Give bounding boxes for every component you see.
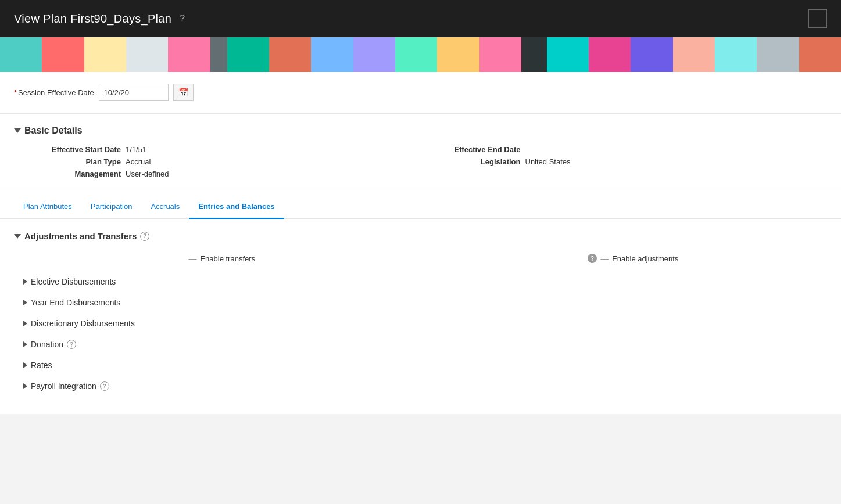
basic-details-grid: Effective Start Date 1/1/51 Plan Type Ac…	[14, 145, 827, 178]
tab-participation[interactable]: Participation	[81, 195, 142, 219]
tab-entries-and-balances[interactable]: Entries and Balances	[189, 195, 284, 219]
donation-expand-icon	[23, 341, 27, 347]
management-value: User-defined	[126, 170, 169, 178]
enable-adjustments-dash: —	[600, 254, 609, 263]
rates-item[interactable]: Rates	[21, 356, 827, 375]
session-effective-date-bar: *Session Effective Date 📅	[0, 72, 841, 113]
page-title: View Plan First90_Days_Plan	[14, 12, 171, 26]
enable-transfers-dash: —	[188, 254, 196, 263]
enable-adjustments-help-icon[interactable]: ?	[588, 254, 597, 263]
legislation-row: Legislation United States	[428, 157, 828, 166]
page-header: View Plan First90_Days_Plan ?	[0, 0, 841, 37]
main-content: *Session Effective Date 📅 Basic Details …	[0, 72, 841, 414]
legislation-value: United States	[525, 157, 571, 166]
effective-end-date-row: Effective End Date	[428, 145, 828, 154]
effective-start-date-label: Effective Start Date	[28, 145, 121, 154]
close-button[interactable]	[808, 9, 827, 28]
session-label: *Session Effective Date	[14, 88, 94, 97]
divider-2	[0, 190, 841, 190]
elective-disbursements-expand-icon	[23, 279, 27, 285]
effective-end-date-label: Effective End Date	[428, 145, 521, 154]
tab-content-entries-balances: Adjustments and Transfers ? — Enable tra…	[0, 219, 841, 414]
discretionary-disbursements-item[interactable]: Discretionary Disbursements	[21, 314, 827, 333]
donation-label: Donation	[31, 340, 63, 349]
elective-disbursements-label: Elective Disbursements	[31, 277, 116, 286]
legislation-label: Legislation	[428, 157, 521, 166]
rates-expand-icon	[23, 362, 27, 368]
details-left-col: Effective Start Date 1/1/51 Plan Type Ac…	[28, 145, 428, 178]
adjustments-transfers-header[interactable]: Adjustments and Transfers ?	[14, 231, 827, 241]
payroll-integration-item[interactable]: Payroll Integration ?	[21, 377, 827, 395]
basic-details-header[interactable]: Basic Details	[14, 125, 827, 136]
adjustments-help-icon[interactable]: ?	[140, 232, 149, 241]
management-row: Management User-defined	[28, 170, 428, 178]
calendar-icon: 📅	[178, 88, 188, 97]
enable-transfers-label: Enable transfers	[200, 254, 255, 263]
discretionary-disbursements-label: Discretionary Disbursements	[31, 319, 135, 328]
payroll-integration-label: Payroll Integration	[31, 381, 96, 391]
tab-accruals[interactable]: Accruals	[141, 195, 189, 219]
plan-type-value: Accrual	[126, 157, 151, 166]
basic-details-section: Basic Details Effective Start Date 1/1/5…	[0, 114, 841, 190]
payroll-integration-expand-icon	[23, 383, 27, 389]
plan-type-label: Plan Type	[28, 157, 121, 166]
basic-details-title: Basic Details	[24, 125, 83, 136]
calendar-button[interactable]: 📅	[173, 84, 194, 101]
donation-help-icon[interactable]: ?	[67, 340, 76, 349]
management-label: Management	[28, 170, 121, 178]
adjustments-title: Adjustments and Transfers	[24, 231, 137, 241]
effective-start-date-value: 1/1/51	[126, 145, 146, 154]
tabs-bar: Plan Attributes Participation Accruals E…	[0, 195, 841, 219]
donation-item[interactable]: Donation ?	[21, 335, 827, 354]
tab-plan-attributes[interactable]: Plan Attributes	[14, 195, 81, 219]
enable-adjustments-label: Enable adjustments	[612, 254, 678, 263]
collapsible-sections-list: Elective Disbursements Year End Disburse…	[14, 272, 827, 395]
discretionary-disbursements-expand-icon	[23, 321, 27, 326]
year-end-disbursements-expand-icon	[23, 300, 27, 305]
payroll-integration-help-icon[interactable]: ?	[100, 381, 109, 391]
enable-adjustments-item: ? — Enable adjustments	[439, 254, 828, 263]
year-end-disbursements-label: Year End Disbursements	[31, 298, 120, 307]
adjustments-transfers-subsection: Adjustments and Transfers ? — Enable tra…	[14, 231, 827, 395]
year-end-disbursements-item[interactable]: Year End Disbursements	[21, 293, 827, 312]
details-right-col: Effective End Date Legislation United St…	[428, 145, 828, 178]
enable-options-row: — Enable transfers ? — Enable adjustment…	[14, 249, 827, 272]
elective-disbursements-item[interactable]: Elective Disbursements	[21, 272, 827, 291]
enable-transfers-item: — Enable transfers	[28, 254, 416, 263]
adjustments-collapse-icon	[14, 234, 21, 239]
collapse-icon	[14, 128, 21, 133]
effective-start-date-row: Effective Start Date 1/1/51	[28, 145, 428, 154]
title-help-icon[interactable]: ?	[180, 13, 185, 24]
rates-label: Rates	[31, 361, 52, 370]
plan-type-row: Plan Type Accrual	[28, 157, 428, 166]
session-date-input[interactable]	[99, 84, 169, 101]
banner-strip	[0, 37, 841, 72]
